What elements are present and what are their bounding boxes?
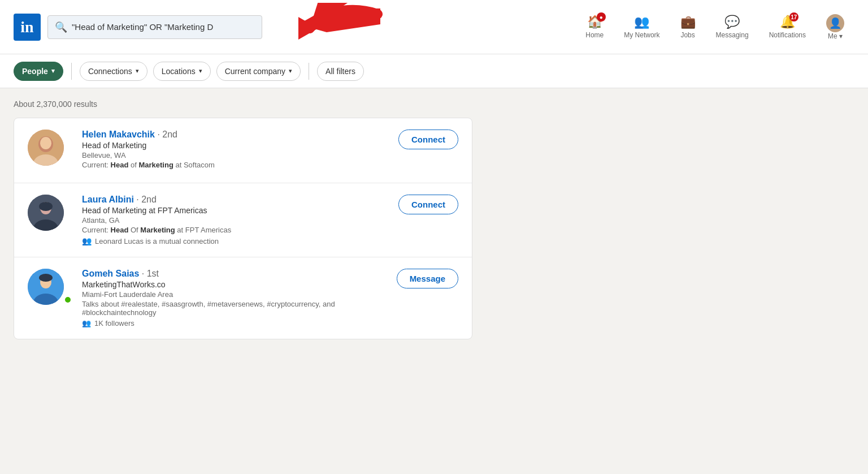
helen-avatar-image [28,130,64,166]
online-indicator [64,296,72,304]
result-name[interactable]: Helen Makavchik · 2nd [82,130,389,140]
filter-divider [71,63,72,80]
nav-jobs[interactable]: 💼 Jobs [670,10,706,44]
result-location: Miami-Fort Lauderdale Area [82,290,388,299]
results-card: Helen Makavchik · 2nd Head of Marketing … [14,118,472,339]
result-degree: · 2nd [136,195,157,204]
mutual-icon: 👥 [82,236,92,245]
current-company-filter-button[interactable]: Current company ▾ [216,62,301,81]
result-info-gomeh: Gomeh Saias · 1st MarketingThatWorks.co … [82,269,388,328]
avatar [28,130,64,166]
current-company-chevron-icon: ▾ [289,67,292,75]
people-filter-button[interactable]: People ▾ [14,62,63,81]
result-location: Atlanta, GA [82,216,389,225]
connections-filter-button[interactable]: Connections ▾ [80,62,147,81]
current-company-filter-label: Current company [225,67,285,76]
linkedin-logo[interactable]: in [14,14,41,41]
filter-divider-2 [309,63,309,80]
nav-home-label: Home [585,31,604,39]
result-location: Bellevue, WA [82,151,389,160]
nav-my-network-label: My Network [624,31,659,39]
avatar: 👤 [826,14,844,32]
people-filter-label: People [22,67,48,76]
connections-filter-label: Connections [88,67,132,76]
avatar [28,269,64,305]
locations-chevron-icon: ▾ [199,67,202,75]
home-icon: 🏠 ● [587,15,602,29]
avatar-wrapper-gomeh [28,269,73,305]
avatar-wrapper-helen [28,130,73,166]
result-current: Current: Head of Marketing at Softacom [82,161,389,169]
followers-line: 👥 1K followers [82,319,388,328]
all-filters-label: All filters [326,67,355,76]
result-about: Talks about #realestate, #saasgrowth, #m… [82,300,388,317]
home-badge: ● [597,12,606,21]
table-row: Helen Makavchik · 2nd Head of Marketing … [14,118,472,183]
search-icon: 🔍 [55,21,67,33]
result-action-helen: Connect [389,130,458,149]
connect-button[interactable]: Connect [398,195,458,214]
nav-me[interactable]: 👤 Me ▾ [816,10,854,45]
result-action-laura: Connect [389,195,458,214]
header: in 🔍 🏠 ● Home 👥 My Network � [0,0,868,54]
nav: 🏠 ● Home 👥 My Network 💼 Jobs 💬 Messaging… [575,10,854,45]
result-action-gomeh: Message [388,269,458,288]
laura-avatar-image [28,195,64,231]
svg-point-9 [39,202,53,211]
nav-jobs-label: Jobs [680,31,695,39]
message-button[interactable]: Message [397,269,458,288]
nav-home[interactable]: 🏠 ● Home [575,10,614,44]
locations-filter-button[interactable]: Locations ▾ [153,62,211,81]
jobs-icon: 💼 [680,15,696,29]
main-content: About 2,370,000 results Helen Makavchik … [0,88,486,351]
nav-me-label: Me ▾ [828,32,843,40]
all-filters-button[interactable]: All filters [317,62,364,81]
result-degree: · 1st [142,269,159,278]
notifications-icon: 🔔 17 [780,15,795,29]
result-info-helen: Helen Makavchik · 2nd Head of Marketing … [82,130,389,171]
result-mutual: 👥 Leonard Lucas is a mutual connection [82,236,389,245]
red-arrow [281,3,383,54]
connections-chevron-icon: ▾ [136,67,139,75]
followers-count: 1K followers [94,319,134,328]
svg-point-5 [40,137,51,149]
notifications-badge: 17 [789,12,798,21]
avatar [28,195,64,231]
filter-bar: People ▾ Connections ▾ Locations ▾ Curre… [0,54,868,88]
my-network-icon: 👥 [634,15,649,29]
svg-point-13 [39,274,53,282]
connect-button[interactable]: Connect [398,130,458,149]
nav-messaging-label: Messaging [716,31,749,39]
nav-notifications-label: Notifications [769,31,806,39]
table-row: Gomeh Saias · 1st MarketingThatWorks.co … [14,257,472,339]
locations-filter-label: Locations [162,67,196,76]
nav-my-network[interactable]: 👥 My Network [614,10,670,44]
result-title: Head of Marketing [82,141,389,150]
results-count: About 2,370,000 results [14,100,472,109]
result-current: Current: Head Of Marketing at FPT Americ… [82,226,389,234]
result-info-laura: Laura Albini · 2nd Head of Marketing at … [82,195,389,245]
result-title: Head of Marketing at FPT Americas [82,206,389,215]
result-name[interactable]: Laura Albini · 2nd [82,195,389,205]
result-degree: · 2nd [157,130,177,139]
search-bar[interactable]: 🔍 [47,15,262,39]
table-row: Laura Albini · 2nd Head of Marketing at … [14,183,472,257]
result-title: MarketingThatWorks.co [82,280,388,289]
nav-notifications[interactable]: 🔔 17 Notifications [759,10,816,44]
messaging-icon: 💬 [724,15,740,29]
search-input[interactable] [72,22,255,32]
followers-icon: 👥 [82,319,91,328]
people-chevron-icon: ▾ [51,67,55,75]
nav-messaging[interactable]: 💬 Messaging [706,10,759,44]
gomeh-avatar-image [28,269,64,305]
avatar-wrapper-laura [28,195,73,231]
result-name[interactable]: Gomeh Saias · 1st [82,269,388,279]
svg-marker-1 [298,17,318,40]
